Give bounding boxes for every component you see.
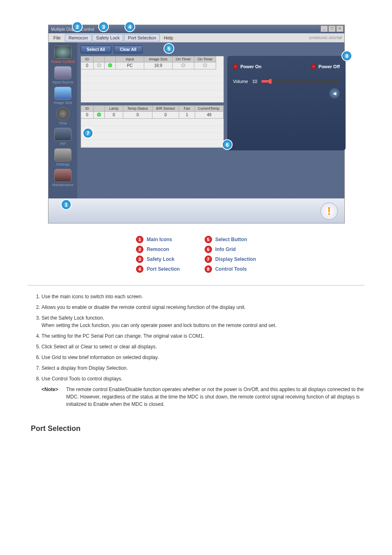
cell: PC (116, 62, 144, 69)
numbered-notes: Use the main icons to switch into each s… (28, 293, 364, 382)
menu-safety-lock[interactable]: Safety Lock (92, 34, 123, 41)
col-header: B/R Sensor (152, 106, 179, 112)
legend-number-icon: 4 (136, 265, 143, 273)
col-header: On Timer (194, 56, 216, 62)
sidebar-item-image[interactable]: Image Size (48, 87, 77, 105)
legend-number-icon: 1 (136, 236, 143, 243)
note-text: When setting the Lock function, you can … (42, 322, 277, 328)
menu-remocon[interactable]: Remocon (65, 34, 92, 41)
callout-2: 2 (72, 21, 83, 32)
volume-label: Volume (233, 79, 248, 84)
sidebar-item-pip[interactable]: PIP (48, 128, 77, 146)
cell (105, 62, 116, 69)
status-dot-icon (181, 63, 185, 67)
callout-7: 7 (83, 128, 93, 138)
cell: 0 (123, 112, 152, 119)
cell: 0 (105, 112, 123, 119)
legend: 1Main Icons 2Remocon 3Safety Lock 4Port … (81, 236, 311, 273)
legend-item: 4Port Selection (136, 265, 180, 273)
callout-3: 3 (98, 21, 109, 32)
cell: 0 (152, 112, 179, 119)
legend-item: 7Display Selection (205, 256, 256, 263)
sidebar-item-power[interactable]: Power Control (48, 46, 77, 64)
table-row[interactable]: 0 PC 16:9 (81, 62, 224, 69)
app-window: Multiple Display Control _ □ × File Remo… (48, 25, 345, 223)
clear-all-button[interactable]: Clear All (114, 46, 143, 53)
application-screenshot: 2 3 4 Multiple Display Control _ □ × Fil… (48, 25, 344, 223)
gear-icon (54, 148, 71, 161)
cell: 16:9 (144, 62, 173, 69)
power-on-button[interactable]: Power On (233, 64, 261, 69)
volume-row: Volume 10 (233, 79, 340, 84)
empty-rows (81, 119, 224, 147)
legend-label: Safety Lock (147, 256, 174, 262)
legend-label: Remocon (147, 246, 169, 252)
note-item: Use Grid to view brief information on se… (42, 354, 364, 361)
legend-item: 1Main Icons (136, 236, 180, 243)
minimize-icon[interactable]: _ (321, 25, 328, 32)
sidebar-label: PIP (48, 142, 77, 146)
menu-help[interactable]: Help (161, 35, 177, 41)
brand-label: SAMSUNG DIGITall (309, 36, 342, 40)
legend-item: 8Control Tools (205, 265, 256, 273)
col-header: Image Size (144, 56, 173, 62)
note-item: Use the main icons to switch into each s… (42, 293, 364, 300)
volume-value: 10 (252, 79, 257, 84)
cell: 0 (81, 62, 94, 69)
col-header: ID (81, 106, 94, 112)
note-text: Set the Safety Lock function. (42, 315, 104, 321)
power-off-button[interactable]: Power Off (311, 64, 340, 69)
section-heading: Port Selection (31, 424, 364, 433)
cell: 49 (195, 112, 224, 119)
table-row[interactable]: 0 0 0 0 1 49 (81, 112, 224, 119)
empty-rows (81, 69, 224, 102)
maximize-icon[interactable]: □ (328, 25, 336, 32)
maintenance-icon (54, 169, 71, 182)
mute-button[interactable]: ◀ (329, 88, 340, 99)
warning-icon: ! (321, 203, 338, 220)
legend-label: Display Selection (215, 256, 256, 262)
close-icon[interactable]: × (336, 25, 344, 32)
note-body: The remote control Enable/Disable functi… (66, 386, 364, 408)
sidebar-item-settings[interactable]: Settings (48, 148, 77, 166)
note-item: Set the Safety Lock function. When setti… (42, 314, 364, 329)
legend-item: 6Info Grid (205, 246, 256, 253)
menu-file[interactable]: File (50, 35, 64, 41)
sidebar-item-maintenance[interactable]: Maintenance (48, 169, 77, 187)
power-off-label: Power Off (318, 64, 340, 69)
note-label: <Note> (42, 386, 66, 408)
cell (194, 62, 216, 69)
legend-number-icon: 5 (205, 236, 212, 243)
sidebar-item-input[interactable]: Input Source (48, 66, 77, 84)
note-item: Select a display from Display Selection. (42, 364, 364, 372)
note-item: Click Select all or Clear to select or c… (42, 343, 364, 350)
sidebar-label: Time (48, 121, 77, 125)
sidebar-label: Settings (48, 162, 77, 166)
note-item: Use Control Tools to control displays. (42, 375, 364, 382)
legend-number-icon: 3 (136, 256, 143, 263)
volume-slider[interactable] (261, 80, 340, 83)
callout-1: 1 (61, 199, 71, 210)
status-dot-icon (97, 63, 101, 67)
select-all-button[interactable]: Select All (81, 46, 111, 53)
sidebar-item-time[interactable]: Time (48, 107, 77, 125)
power-on-label: Power On (240, 64, 261, 69)
power-icon (54, 46, 71, 59)
divider (28, 285, 364, 286)
status-bar: 1 ! (48, 198, 344, 223)
input-source-icon (54, 66, 71, 79)
status-dot-icon (97, 113, 101, 117)
col-header: Temp.Status (123, 106, 152, 112)
sidebar: Power Control Input Source Image Size (48, 42, 77, 198)
power-on-icon (233, 64, 238, 69)
legend-number-icon: 8 (205, 265, 212, 273)
control-tools-panel: Power On Power Off Volume 10 (227, 56, 346, 150)
legend-label: Info Grid (215, 246, 236, 252)
col-header: On Timer (173, 56, 194, 62)
legend-number-icon: 2 (136, 246, 143, 253)
titlebar: Multiple Display Control _ □ × (48, 25, 344, 33)
sidebar-label: Power Control (48, 60, 77, 64)
status-dot-icon (108, 63, 112, 67)
speaker-icon: ◀ (333, 91, 336, 96)
menu-port-selection[interactable]: Port Selection (124, 34, 159, 41)
